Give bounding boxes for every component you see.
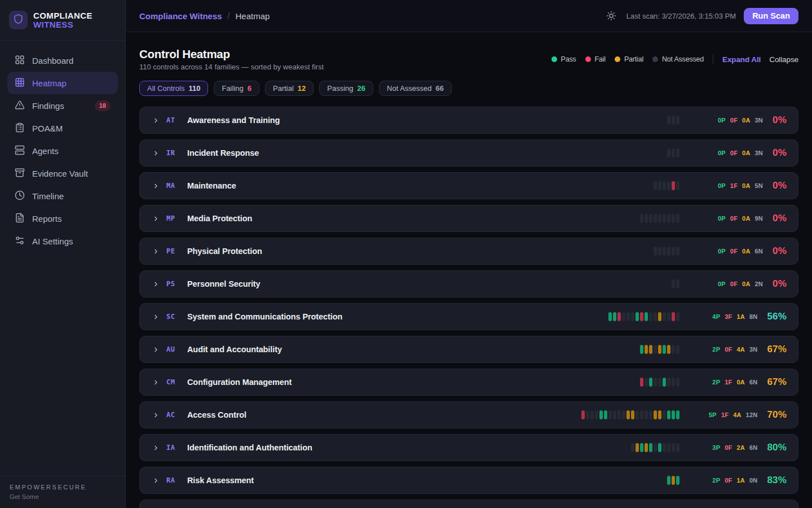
chip-label: Partial	[273, 84, 294, 93]
family-row-ia[interactable]: IAIdentification and Authentication3P0F2…	[139, 434, 798, 461]
family-code: AC	[166, 411, 179, 419]
sidebar-item-label: Timeline	[32, 191, 111, 201]
sidebar-item-reports[interactable]: Reports	[7, 207, 118, 230]
family-row-mp[interactable]: MPMedia Protection0P0F0A9N0%	[139, 205, 798, 232]
heatmap-cell-n	[676, 279, 679, 288]
stat-fail: 0F	[730, 117, 738, 124]
stat-partial: 0A	[736, 379, 744, 386]
collapse-link[interactable]: Collapse	[769, 55, 798, 64]
chip-label: Passing	[327, 84, 353, 93]
family-code: MP	[166, 214, 179, 222]
heatmap-cell-n	[672, 345, 675, 354]
stat-partial: 1A	[736, 477, 744, 484]
stat-na: 12N	[746, 411, 758, 418]
family-score: 0%	[773, 213, 787, 224]
fail-dot-icon	[585, 56, 591, 62]
mini-heatmap-cells	[640, 214, 679, 223]
heatmap-cell-n	[676, 181, 679, 190]
chevron-right-icon	[152, 346, 160, 353]
chevron-right-icon	[152, 215, 160, 222]
filter-chip-partial[interactable]: Partial12	[265, 81, 314, 96]
family-name: Access Control	[187, 410, 246, 419]
sidebar-item-dashboard[interactable]: Dashboard	[7, 49, 118, 72]
heatmap-cell-n	[663, 247, 666, 256]
mini-heatmap-cells	[654, 247, 679, 256]
sidebar-item-ai-settings[interactable]: AI Settings	[7, 230, 118, 252]
stat-pass: 0P	[718, 281, 726, 287]
heatmap-cell-a	[649, 345, 652, 354]
legend-item-not-assessed: Not Assessed	[652, 55, 704, 63]
family-stats: 2P0F1A0N	[712, 477, 757, 484]
heatmap-cell-n	[667, 181, 670, 190]
sun-icon[interactable]	[606, 11, 616, 21]
family-row-ra[interactable]: RARisk Assessment2P0F1A0N83%	[139, 467, 798, 494]
family-row-pe[interactable]: PEPhysical Protection0P0F0A6N0%	[139, 238, 798, 265]
findings-count-badge: 18	[95, 100, 111, 111]
family-row-cm[interactable]: CMConfiguration Management2P1F0A6N67%	[139, 369, 798, 396]
heatmap-cell-n	[672, 443, 675, 452]
heatmap-cell-n	[654, 345, 657, 354]
heatmap-cell-n	[663, 312, 666, 321]
stat-na: 0N	[749, 477, 757, 484]
family-name: Personnel Security	[187, 279, 261, 288]
heatmap-icon	[15, 77, 25, 89]
stat-na: 5N	[755, 182, 763, 189]
family-row-ps[interactable]: PSPersonnel Security0P0F0A2N0%	[139, 270, 798, 297]
filter-chip-not-assessed[interactable]: Not Assessed66	[379, 81, 452, 96]
mini-heatmap-cells	[581, 410, 679, 419]
heatmap-cell-n	[676, 116, 679, 125]
sidebar-item-timeline[interactable]: Timeline	[7, 185, 118, 207]
family-row-next[interactable]	[139, 500, 798, 508]
family-stats: 0P0F0A3N	[718, 117, 763, 124]
heatmap-cell-n	[672, 247, 675, 256]
family-row-ma[interactable]: MAMaintenance0P1F0A5N0%	[139, 172, 798, 199]
family-row-at[interactable]: ATAwareness and Training0P0F0A3N0%	[139, 107, 798, 134]
stat-na: 3N	[755, 117, 763, 124]
mini-heatmap-cells	[640, 345, 679, 354]
sidebar-item-findings[interactable]: Findings18	[7, 94, 118, 117]
filter-chip-passing[interactable]: Passing26	[319, 81, 373, 96]
family-score: 0%	[773, 147, 787, 159]
filter-chip-failing[interactable]: Failing6	[214, 81, 259, 96]
topbar-right: Last scan: 3/27/2026, 3:15:03 PM Run Sca…	[606, 8, 798, 24]
family-row-sc[interactable]: SCSystem and Communications Protection4P…	[139, 303, 798, 330]
family-row-ac[interactable]: ACAccess Control5P1F4A12N70%	[139, 401, 798, 428]
heatmap-cell-p	[640, 443, 643, 452]
breadcrumb-root[interactable]: Compliance Witness	[139, 11, 222, 21]
family-code: RA	[166, 476, 179, 484]
sidebar: COMPLIANCE WITNESS DashboardHeatmapFindi…	[0, 0, 126, 508]
sidebar-item-label: Agents	[32, 146, 111, 156]
title-block: Control Heatmap 110 controls across 14 f…	[139, 47, 324, 71]
expand-all-link[interactable]: Expand All	[722, 55, 761, 64]
stat-partial: 2A	[736, 444, 744, 451]
stat-fail: 1F	[730, 182, 738, 189]
heatmap-cell-n	[667, 443, 670, 452]
run-scan-button[interactable]: Run Scan	[744, 8, 798, 24]
heatmap-cell-n	[672, 148, 675, 157]
family-stats: 0P0F0A6N	[718, 248, 763, 255]
stat-partial: 0A	[742, 150, 750, 156]
heatmap-cell-n	[667, 312, 670, 321]
heatmap-cell-n	[595, 410, 598, 419]
not-assessed-dot-icon	[652, 56, 658, 62]
family-score: 56%	[767, 311, 787, 322]
family-code: PS	[166, 280, 179, 288]
heatmap-cell-n	[608, 410, 612, 419]
heatmap-cell-p	[649, 378, 652, 387]
chevron-right-icon	[152, 182, 160, 190]
sidebar-item-heatmap[interactable]: Heatmap	[7, 72, 118, 94]
family-row-au[interactable]: AUAudit and Accountability2P0F4A3N67%	[139, 336, 798, 363]
stat-pass: 2P	[712, 379, 720, 386]
filter-chip-all-controls[interactable]: All Controls110	[139, 81, 208, 96]
heatmap-cell-n	[649, 214, 652, 223]
sidebar-item-evidence-vault[interactable]: Evidence Vault	[7, 162, 118, 185]
heatmap-cell-n	[658, 247, 661, 256]
family-name: Audit and Accountability	[187, 345, 282, 354]
heatmap-cell-n	[613, 410, 616, 419]
stat-pass: 5P	[709, 411, 717, 418]
family-stats: 0P1F0A5N	[718, 182, 763, 189]
sidebar-item-poa-m[interactable]: POA&M	[7, 117, 118, 139]
family-row-ir[interactable]: IRIncident Response0P0F0A3N0%	[139, 139, 798, 167]
legend-label: Not Assessed	[662, 55, 704, 63]
sidebar-item-agents[interactable]: Agents	[7, 139, 118, 162]
